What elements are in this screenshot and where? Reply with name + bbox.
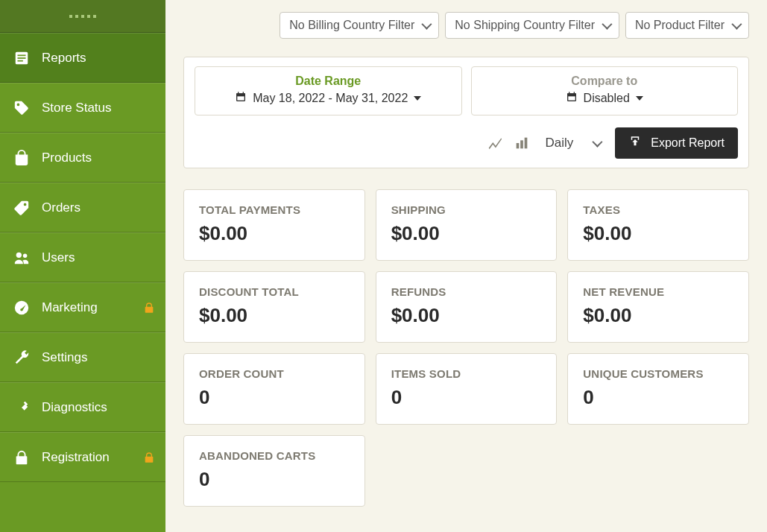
- card-label: NET REVENUE: [583, 285, 733, 298]
- chevron-down-icon: [593, 137, 603, 148]
- card-value: 0: [391, 386, 542, 409]
- card-label: TAXES: [583, 203, 733, 216]
- filter-row: No Billing Country Filter No Shipping Co…: [183, 12, 749, 39]
- card-label: ABANDONED CARTS: [199, 449, 350, 462]
- product-filter[interactable]: No Product Filter: [625, 12, 749, 39]
- granularity-label: Daily: [545, 136, 573, 151]
- card-label: TOTAL PAYMENTS: [199, 203, 350, 216]
- svg-point-5: [23, 253, 28, 258]
- export-icon: [628, 135, 642, 151]
- tag-icon: [13, 100, 30, 116]
- card-refunds[interactable]: REFUNDS $0.00: [376, 271, 558, 343]
- svg-rect-9: [238, 92, 239, 94]
- sidebar-item-label: Users: [42, 250, 75, 265]
- svg-rect-8: [236, 93, 245, 95]
- sidebar-item-label: Store Status: [42, 101, 112, 115]
- dropdown-label: No Billing Country Filter: [289, 19, 414, 32]
- screwdriver-icon: [13, 399, 30, 416]
- sidebar-handle: [0, 0, 165, 33]
- billing-country-filter[interactable]: No Billing Country Filter: [280, 12, 439, 39]
- svg-rect-2: [18, 57, 26, 59]
- lock-icon: [143, 302, 155, 314]
- sidebar-item-orders[interactable]: Orders: [0, 183, 165, 232]
- sidebar-item-products[interactable]: Products: [0, 133, 165, 183]
- compare-value: Disabled: [584, 92, 630, 105]
- chevron-down-icon: [731, 19, 742, 30]
- card-value: 0: [583, 386, 733, 409]
- sidebar: Reports Store Status Products Orders Use…: [0, 0, 165, 532]
- pricetag-icon: [13, 200, 30, 216]
- date-range-title: Date Range: [201, 75, 455, 88]
- card-net-revenue[interactable]: NET REVENUE $0.00: [567, 271, 749, 343]
- card-taxes[interactable]: TAXES $0.00: [567, 189, 749, 261]
- svg-rect-11: [238, 96, 244, 100]
- bag-icon: [13, 150, 30, 166]
- svg-rect-15: [573, 92, 574, 94]
- lock-icon: [143, 452, 155, 463]
- users-icon: [13, 250, 30, 266]
- card-label: ITEMS SOLD: [391, 367, 542, 380]
- wrench-icon: [13, 349, 30, 366]
- sidebar-item-settings[interactable]: Settings: [0, 332, 165, 382]
- card-total-payments[interactable]: TOTAL PAYMENTS $0.00: [183, 189, 365, 261]
- sidebar-item-reports[interactable]: Reports: [0, 33, 165, 83]
- card-value: 0: [199, 386, 350, 409]
- card-value: $0.00: [391, 304, 542, 327]
- calendar-icon: [235, 91, 247, 106]
- bar-chart-icon[interactable]: [514, 135, 530, 151]
- svg-point-6: [15, 300, 28, 314]
- card-value: $0.00: [199, 304, 350, 327]
- granularity-select[interactable]: Daily: [540, 133, 605, 153]
- svg-rect-17: [517, 143, 520, 148]
- report-icon: [13, 50, 30, 66]
- svg-rect-18: [521, 140, 524, 148]
- sidebar-item-users[interactable]: Users: [0, 232, 165, 282]
- line-chart-icon[interactable]: [487, 135, 503, 151]
- sidebar-item-label: Marketing: [42, 300, 98, 315]
- padlock-icon: [13, 449, 30, 466]
- compare-title: Compare to: [478, 75, 732, 88]
- card-items-sold[interactable]: ITEMS SOLD 0: [376, 353, 558, 425]
- svg-rect-10: [243, 92, 244, 94]
- caret-down-icon: [414, 96, 421, 101]
- sidebar-item-label: Diagnostics: [42, 400, 107, 415]
- card-discount-total[interactable]: DISCOUNT TOTAL $0.00: [183, 271, 365, 343]
- sidebar-item-store-status[interactable]: Store Status: [0, 83, 165, 133]
- date-panel: Date Range May 18, 2022 - May 31, 2022 C…: [183, 57, 749, 168]
- card-label: ORDER COUNT: [199, 367, 350, 380]
- sidebar-item-label: Orders: [42, 200, 81, 215]
- sidebar-item-diagnostics[interactable]: Diagnostics: [0, 382, 165, 432]
- card-abandoned-carts[interactable]: ABANDONED CARTS 0: [183, 435, 365, 507]
- svg-point-4: [16, 252, 22, 257]
- sidebar-item-label: Settings: [42, 350, 87, 365]
- chevron-down-icon: [422, 19, 432, 30]
- card-value: 0: [199, 468, 350, 491]
- date-range-picker[interactable]: Date Range May 18, 2022 - May 31, 2022: [195, 66, 462, 115]
- export-label: Export Report: [651, 136, 725, 150]
- card-label: UNIQUE CUSTOMERS: [583, 367, 733, 380]
- sidebar-item-label: Products: [42, 151, 92, 165]
- svg-rect-1: [18, 54, 26, 56]
- export-report-button[interactable]: Export Report: [615, 127, 738, 159]
- svg-rect-16: [568, 96, 575, 100]
- gauge-icon: [13, 300, 30, 316]
- svg-rect-14: [569, 92, 569, 94]
- card-order-count[interactable]: ORDER COUNT 0: [183, 353, 365, 425]
- card-unique-customers[interactable]: UNIQUE CUSTOMERS 0: [567, 353, 749, 425]
- date-range-value: May 18, 2022 - May 31, 2022: [253, 92, 408, 105]
- card-value: $0.00: [199, 222, 350, 245]
- stats-grid: TOTAL PAYMENTS $0.00 SHIPPING $0.00 TAXE…: [183, 189, 749, 507]
- shipping-country-filter[interactable]: No Shipping Country Filter: [445, 12, 619, 39]
- sidebar-item-label: Registration: [42, 450, 110, 465]
- chevron-down-icon: [602, 19, 612, 30]
- sidebar-item-registration[interactable]: Registration: [0, 432, 165, 482]
- compare-to-picker[interactable]: Compare to Disabled: [471, 66, 739, 115]
- svg-rect-3: [18, 60, 23, 61]
- caret-down-icon: [636, 96, 643, 101]
- card-label: REFUNDS: [391, 285, 542, 298]
- card-label: SHIPPING: [391, 203, 542, 216]
- svg-rect-13: [567, 93, 576, 95]
- sidebar-item-marketing[interactable]: Marketing: [0, 282, 165, 332]
- card-shipping[interactable]: SHIPPING $0.00: [376, 189, 558, 261]
- card-label: DISCOUNT TOTAL: [199, 285, 350, 298]
